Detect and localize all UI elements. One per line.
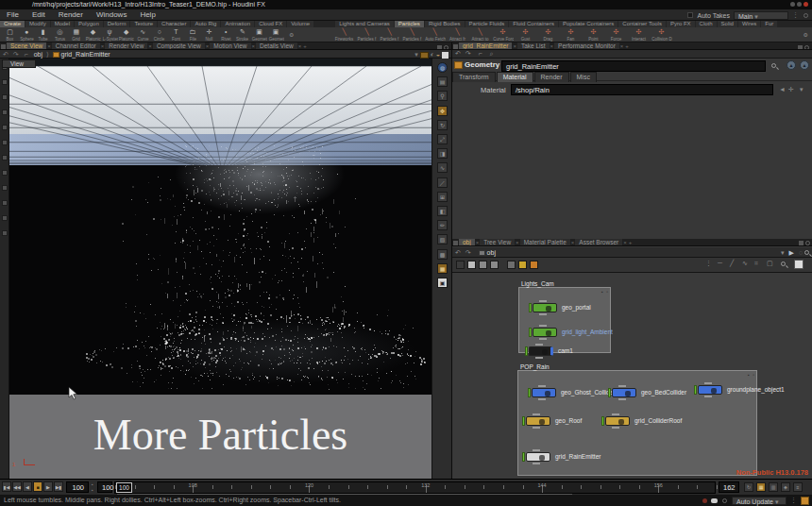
net-view-icon[interactable]: ▢	[767, 260, 773, 267]
shelf-tab-solid[interactable]: Solid	[718, 21, 737, 27]
param-tab-render[interactable]: Render	[534, 72, 569, 82]
tool-font[interactable]: TFont	[168, 27, 184, 42]
net-tool-icon[interactable]	[530, 261, 538, 269]
net-tool-icon[interactable]	[518, 261, 527, 269]
display-option-icon[interactable]: ▧	[437, 234, 448, 245]
display-flag[interactable]	[529, 328, 532, 337]
tool-gust[interactable]: ✣Gust	[515, 27, 536, 42]
display-option-icon[interactable]: ◧	[437, 206, 448, 216]
tool-grid[interactable]: ▦Grid	[68, 27, 84, 42]
network-canvas[interactable]: Lights_Cam▪ ▫geo_portalgrid_light_Ambien…	[452, 273, 812, 479]
net-tool-icon[interactable]	[467, 261, 476, 269]
viewport-tool-icon[interactable]	[2, 215, 8, 221]
add-tab-button[interactable]: +	[628, 240, 634, 245]
shelf-tab-modify[interactable]: Modify	[25, 21, 50, 27]
playbar-options-icon[interactable]: ▦	[756, 482, 766, 492]
tool-interact[interactable]: ✣Interact	[628, 27, 650, 42]
node-body[interactable]	[533, 303, 557, 312]
play-button[interactable]: ▶	[43, 481, 53, 492]
tool-geometry[interactable]: ▣Geometry	[251, 27, 267, 42]
shelf-tab-container-tools[interactable]: Container Tools	[618, 21, 666, 27]
tab-channel-editor[interactable]: Channel Editor	[52, 42, 100, 50]
menu-file[interactable]: File	[0, 9, 25, 21]
tab-material-palette[interactable]: Material Palette	[520, 239, 570, 246]
viewport-view-tab[interactable]: View	[2, 59, 36, 68]
display-option-icon[interactable]: ▣	[437, 278, 448, 288]
display-option-icon[interactable]: ⊞	[437, 192, 448, 202]
shelf-tab-wires[interactable]: Wires	[738, 21, 760, 27]
tool-tube[interactable]: ▮Tube	[35, 27, 51, 42]
network-box-pop_rain[interactable]: POP_Rain▪ ▫geo_Ghost_Collidergeo_BedColl…	[517, 370, 757, 476]
tab-composite-view[interactable]: Composite View	[153, 42, 205, 50]
tab-obj[interactable]: obj	[459, 239, 475, 246]
shelf-gear-icon[interactable]: ⚙	[289, 31, 294, 38]
material-op-icon[interactable]: ✛	[788, 86, 794, 93]
tab-motion-view[interactable]: Motion View	[210, 42, 250, 50]
shelf-tab-character[interactable]: Character	[158, 21, 190, 27]
pane-split-icon[interactable]	[1, 44, 6, 49]
tool-stroke[interactable]: ✎Stroke	[234, 27, 250, 42]
playbar-menu-icon[interactable]: ≡	[793, 482, 803, 492]
display-flag[interactable]	[522, 452, 525, 462]
tool-platonic[interactable]: ◆Platonic	[85, 27, 101, 42]
goto-start-button[interactable]: ▮◀	[2, 481, 11, 492]
shelf-tab-polygon[interactable]: Polygon	[75, 21, 103, 27]
viewport-tool-icon[interactable]	[2, 185, 8, 191]
add-tab-button[interactable]: +	[624, 43, 630, 49]
shelf-tab-lights-and-cameras[interactable]: Lights and Cameras	[335, 21, 394, 27]
viewport-tool-icon[interactable]	[2, 170, 8, 176]
node-body[interactable]	[532, 388, 556, 397]
snap-active-icon[interactable]	[420, 52, 429, 59]
param-tab-material[interactable]: Material	[497, 72, 533, 82]
network-path[interactable]: obj	[487, 249, 496, 256]
display-option-icon[interactable]: ⤢	[437, 134, 448, 144]
shelf-tab-particles[interactable]: Particles	[395, 21, 424, 27]
tool-attract-to[interactable]: ╲Attract to	[469, 27, 491, 42]
tool-l-system[interactable]: ψL-System	[102, 27, 118, 42]
tool-geometry[interactable]: ▣Geometry	[268, 27, 284, 42]
tool-attract-fr[interactable]: ╲Attract fr	[447, 27, 468, 42]
goto-end-button[interactable]: ▶▮	[54, 481, 63, 492]
playhead[interactable]: 100	[116, 482, 132, 493]
message-bubble-icon[interactable]	[711, 498, 718, 503]
take-selector[interactable]: Main ▾	[734, 11, 788, 20]
pane-maximize-icon[interactable]	[799, 241, 804, 245]
tool-particles-f[interactable]: ╲Particles f	[401, 27, 423, 42]
status-ring-icon[interactable]	[722, 498, 727, 503]
pane-maximize-icon[interactable]	[437, 45, 442, 50]
shelf-tab-particle-fluids[interactable]: Particle Fluids	[465, 21, 509, 27]
viewport-tool-icon[interactable]	[2, 230, 8, 236]
shelf-tab-cloth[interactable]: Cloth	[696, 21, 717, 27]
close-button[interactable]	[804, 2, 808, 7]
maximize-button[interactable]	[797, 2, 802, 7]
tab-asset-browser[interactable]: Asset Browser	[575, 239, 622, 246]
loop-mode-icon[interactable]: ▥	[769, 482, 778, 492]
history-forward-icon[interactable]: ↷	[13, 51, 19, 58]
param-lock-icon[interactable]: ⌕	[490, 50, 494, 57]
viewport-tool-icon[interactable]	[2, 140, 8, 145]
shelf-tab-auto-rig[interactable]: Auto Rig	[191, 21, 220, 27]
display-option-icon[interactable]: ⚲	[437, 91, 448, 101]
tab-scene-view[interactable]: Scene View	[7, 42, 46, 50]
tab-performance-monitor[interactable]: Performance Monitor	[554, 42, 619, 50]
display-option-icon[interactable]: ▩	[437, 249, 448, 260]
tab-render-view[interactable]: Render View	[105, 42, 147, 50]
display-option-icon[interactable]: ／	[437, 177, 448, 188]
node-body[interactable]	[698, 385, 722, 395]
tool-torus[interactable]: ◎Torus	[52, 27, 68, 42]
net-search-icon[interactable]	[804, 250, 809, 255]
net-view-icon[interactable]: ∿	[742, 260, 748, 267]
tool-particles-f[interactable]: ╲Particles f	[356, 27, 378, 42]
tool-curve[interactable]: ∿Curve	[135, 27, 151, 42]
display-option-icon[interactable]: ↻	[437, 120, 448, 130]
param-pin-icon[interactable]: ⌐	[473, 50, 488, 57]
net-tool-icon[interactable]	[490, 261, 499, 269]
shelf-tab-populate-containers[interactable]: Populate Containers	[559, 21, 617, 27]
menu-windows[interactable]: Windows	[90, 9, 133, 21]
param-tab-transform[interactable]: Transform	[452, 72, 496, 82]
shelf-tab-fur[interactable]: Fur	[761, 21, 777, 27]
tool-null[interactable]: ✛Null	[201, 27, 217, 42]
tool-fireworks[interactable]: ╲Fireworks	[333, 27, 355, 42]
display-flag[interactable]	[529, 303, 532, 312]
param-forward-icon[interactable]: ↷	[465, 50, 471, 57]
